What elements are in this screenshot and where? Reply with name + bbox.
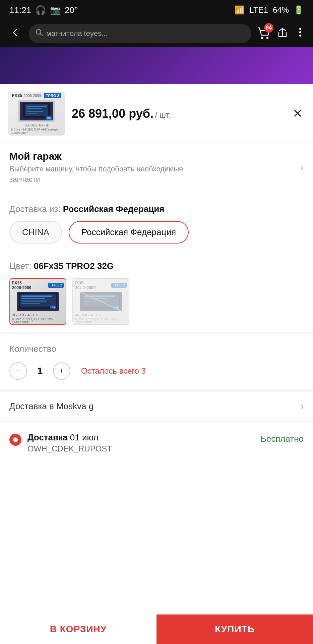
status-left: 11:21 🎧 📷 20° xyxy=(9,5,78,15)
cart-badge: 94 xyxy=(264,23,273,33)
temperature-display: 20° xyxy=(65,5,78,15)
delivery-from-value: Российская Федерация xyxy=(63,204,165,214)
content-area: Мой гараж Выберите машину, чтобы подобра… xyxy=(0,143,313,502)
car-graphic: DS xyxy=(18,100,55,122)
quantity-label: Количество xyxy=(9,344,304,354)
delivery-from-label: Доставка из: Российская Федерация xyxy=(9,204,304,214)
search-bar[interactable]: магнитола teyes... xyxy=(29,24,251,43)
camera-icon: 📷 xyxy=(50,5,61,15)
product-model-label: FX35 xyxy=(12,93,22,98)
svg-rect-13 xyxy=(26,113,38,114)
delivery-price: Бесплатно xyxy=(261,434,304,444)
svg-rect-20 xyxy=(21,298,45,299)
svg-line-1 xyxy=(40,34,43,36)
delivery-carrier: OWH_CDEK_RUPOST xyxy=(27,444,255,453)
svg-rect-31 xyxy=(113,306,119,309)
popup-header: FX35 2006-2009 TPRO 2 xyxy=(0,84,313,143)
product-badges: 3G+32G 4G+ ⊕ xyxy=(24,123,49,127)
badge2: 4G+ ⊕ xyxy=(39,123,49,127)
quantity-section: Количество − 1 + Осталось всего 3 xyxy=(0,334,313,389)
section-divider-2 xyxy=(0,389,313,392)
product-thumbnail: FX35 2006-2009 TPRO 2 xyxy=(8,92,65,136)
thumb2-tpro: TPRO 2 xyxy=(111,283,127,288)
garage-subtitle: Выберите машину, чтобы подобрать необход… xyxy=(9,164,183,185)
share-button[interactable] xyxy=(276,26,289,42)
delivery-to-section[interactable]: Доставка в Moskva g › xyxy=(0,392,313,422)
color-section: Цвет: 06Fx35 TPRO2 32G FX352006-2009 TPR… xyxy=(0,250,313,332)
svg-point-3 xyxy=(266,37,268,39)
china-button[interactable]: CHINA xyxy=(9,221,62,244)
delivery-from-text: Доставка из: xyxy=(9,204,63,214)
svg-point-5 xyxy=(299,31,301,33)
product-preview-band xyxy=(0,47,313,84)
tpro-badge: TPRO 2 xyxy=(44,93,61,98)
garage-section[interactable]: Мой гараж Выберите машину, чтобы подобра… xyxy=(0,143,313,193)
product-spec-label: 8 Core +16*2EQ DSP AHD камера 1920*1080P xyxy=(11,128,62,135)
svg-rect-10 xyxy=(26,106,47,107)
country-buttons: CHINA Российская Федерация xyxy=(9,221,304,244)
status-bar: 11:21 🎧 📷 20° 📶 LTE1 64% 🔋 xyxy=(0,0,313,20)
color-option-1[interactable]: FX352006-2009 TPRO 2 xyxy=(9,278,66,325)
thumb2-label: iX3520L 1-2009 xyxy=(75,281,96,290)
close-button[interactable]: ✕ xyxy=(290,106,305,121)
svg-text:DS: DS xyxy=(115,306,118,308)
svg-rect-27 xyxy=(83,294,119,307)
thumb1-spec: 8 Core+16*2EQ DSP AHD кам 1920*1080P xyxy=(12,317,64,324)
garage-title: Мой гараж xyxy=(9,151,183,162)
delivery-option-1[interactable]: Доставка 01 июл OWH_CDEK_RUPOST Бесплатн… xyxy=(9,427,304,459)
delivery-from-section: Доставка из: Российская Федерация CHINA … xyxy=(0,193,313,250)
delivery-radio xyxy=(9,434,21,446)
svg-line-33 xyxy=(79,291,123,312)
thumb1-label: FX352006-2009 xyxy=(12,281,31,290)
garage-arrow-icon: › xyxy=(301,162,304,173)
quantity-decrease-button[interactable]: − xyxy=(9,362,27,380)
color-value: 06Fx35 TPRO2 32G xyxy=(34,261,114,271)
battery-display: 64% xyxy=(273,5,289,15)
svg-point-6 xyxy=(299,35,301,37)
battery-icon: 🔋 xyxy=(294,5,304,15)
svg-rect-12 xyxy=(26,111,43,112)
color-thumbnails: FX352006-2009 TPRO 2 xyxy=(9,278,304,325)
svg-rect-19 xyxy=(21,296,52,297)
svg-point-2 xyxy=(261,37,263,39)
delivery-arrow-icon: › xyxy=(301,401,304,412)
quantity-increase-button[interactable]: + xyxy=(53,362,70,380)
quantity-value: 1 xyxy=(35,365,45,377)
search-icon xyxy=(36,29,43,38)
more-button[interactable] xyxy=(294,26,306,41)
price-area: 26 891,00 руб. / шт. xyxy=(72,107,284,121)
delivery-options: Доставка 01 июл OWH_CDEK_RUPOST Бесплатн… xyxy=(0,422,313,468)
thumb2-spec: 8 Core+16*2EQ DSP AHD кам 1920*1080P xyxy=(75,317,127,324)
signal-display: LTE1 xyxy=(249,5,268,15)
time-display: 11:21 xyxy=(9,5,31,15)
quantity-stock-text: Осталось всего 3 xyxy=(81,366,146,376)
bluetooth-icon: 🎧 xyxy=(35,5,46,15)
badge1: 3G+32G xyxy=(24,123,37,127)
wifi-icon: 📶 xyxy=(235,5,245,15)
cart-icon xyxy=(257,35,271,41)
color-option-2[interactable]: iX3520L 1-2009 TPRO 2 xyxy=(72,278,129,325)
svg-rect-28 xyxy=(84,296,115,297)
thumb2-badges: 4G+64G 4G+ ⊕ xyxy=(75,313,127,317)
bottom-spacer xyxy=(0,468,313,502)
svg-rect-26 xyxy=(82,293,120,309)
svg-rect-29 xyxy=(84,298,108,299)
status-right: 📶 LTE1 64% 🔋 xyxy=(235,5,304,15)
delivery-title: Доставка 01 июл xyxy=(27,432,255,443)
popup-sheet: FX35 2006-2009 TPRO 2 xyxy=(0,84,313,644)
back-button[interactable] xyxy=(7,26,23,41)
svg-text:DS: DS xyxy=(52,306,55,308)
search-input[interactable]: магнитола teyes... xyxy=(46,29,108,38)
svg-text:DS: DS xyxy=(47,117,51,119)
russia-button[interactable]: Российская Федерация xyxy=(69,221,189,244)
buy-now-button[interactable]: КУПИТЬ xyxy=(156,614,313,644)
svg-rect-11 xyxy=(26,108,42,109)
section-divider-1 xyxy=(0,332,313,334)
radio-inner xyxy=(13,437,18,442)
add-to-cart-button[interactable]: В КОРЗИНУ xyxy=(0,614,156,644)
product-years-label: 2006-2009 xyxy=(23,94,41,98)
svg-rect-21 xyxy=(21,301,47,302)
quantity-row: − 1 + Осталось всего 3 xyxy=(9,362,304,380)
cart-button[interactable]: 94 xyxy=(257,26,271,41)
svg-rect-30 xyxy=(84,301,110,302)
